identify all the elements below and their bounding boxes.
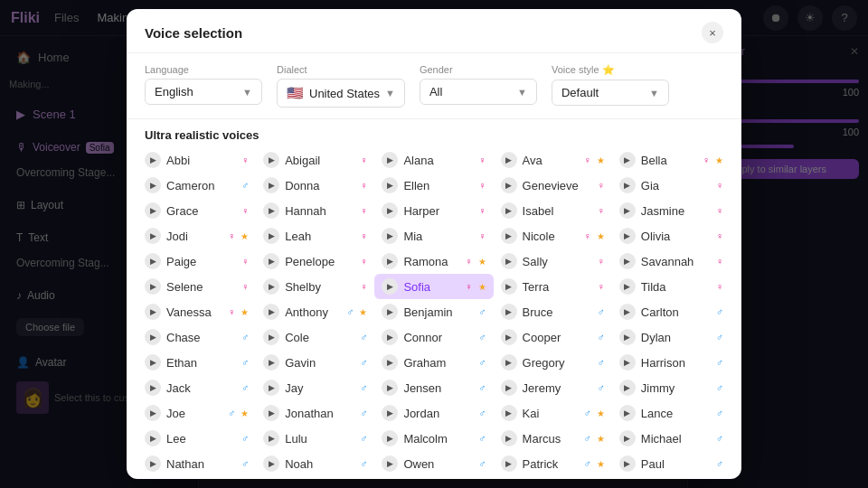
voice-play-button[interactable]: ▶ [145,202,161,219]
voice-item[interactable]: ▶Grace♀ [137,198,256,223]
voice-item[interactable]: ▶Cameron♂ [137,173,256,198]
voice-play-button[interactable]: ▶ [145,354,161,371]
voice-play-button[interactable]: ▶ [263,253,279,269]
voice-item[interactable]: ▶Lee♂ [137,426,256,451]
voice-item[interactable]: ▶Jeremy♂ [494,375,612,400]
voice-item[interactable]: ▶Ellen♀ [374,173,493,198]
voice-play-button[interactable]: ▶ [382,177,398,193]
voice-play-button[interactable]: ▶ [501,329,517,345]
voice-item[interactable]: ▶Marcus♂★ [494,426,612,451]
voice-play-button[interactable]: ▶ [382,329,398,345]
voice-item[interactable]: ▶Ava♀★ [494,147,612,173]
dialect-select[interactable]: 🇺🇸 United States ▼ [277,79,405,108]
voice-item[interactable]: ▶Jay♂ [256,375,374,400]
voice-play-button[interactable]: ▶ [145,278,161,295]
voice-play-button[interactable]: ▶ [501,380,517,396]
voice-play-button[interactable]: ▶ [263,354,279,371]
voice-item[interactable]: ▶Isabel♀ [494,198,612,223]
voice-play-button[interactable]: ▶ [501,278,517,295]
voice-play-button[interactable]: ▶ [145,177,161,193]
voice-play-button[interactable]: ▶ [501,177,517,193]
voice-play-button[interactable]: ▶ [619,278,636,295]
voice-item[interactable]: ▶Nathan♂ [137,451,256,476]
voice-play-button[interactable]: ▶ [145,380,161,396]
voice-play-button[interactable]: ▶ [501,253,517,269]
voice-item[interactable]: ▶Malcolm♂ [374,426,493,451]
voice-item[interactable]: ▶Paige♀ [137,249,256,274]
voice-play-button[interactable]: ▶ [145,152,161,168]
voice-play-button[interactable]: ▶ [145,228,161,244]
voice-play-button[interactable]: ▶ [382,253,398,269]
voice-item[interactable]: ▶Hannah♀ [256,198,374,223]
voice-play-button[interactable]: ▶ [501,430,517,446]
voice-play-button[interactable]: ▶ [145,253,161,269]
voice-item[interactable]: ▶Gavin♂ [256,350,374,375]
voice-item[interactable]: ▶Lance♂ [612,400,731,426]
voice-play-button[interactable]: ▶ [619,177,636,193]
voice-item[interactable]: ▶Nicole♀★ [494,223,612,249]
voice-item[interactable]: ▶Steve♂ [612,476,731,479]
voice-item[interactable]: ▶Graham♂ [374,350,493,375]
voice-play-button[interactable]: ▶ [263,405,279,421]
gender-select[interactable]: All ▼ [420,79,537,105]
voice-style-select[interactable]: Default ▼ [552,80,669,106]
voice-play-button[interactable]: ▶ [145,405,161,421]
voice-item[interactable]: ▶Abbi♀ [137,147,256,173]
voice-play-button[interactable]: ▶ [619,304,636,320]
voice-item[interactable]: ▶Carlton♂ [612,299,731,324]
voice-play-button[interactable]: ▶ [263,228,279,244]
voice-item[interactable]: ▶Chase♂ [137,324,256,350]
voice-play-button[interactable]: ▶ [382,354,398,371]
voice-play-button[interactable]: ▶ [501,202,517,219]
voice-item[interactable]: ▶Noah♂ [256,451,374,476]
voice-play-button[interactable]: ▶ [501,405,517,421]
modal-close-button[interactable]: × [702,22,723,43]
voice-item[interactable]: ▶Sally♀ [494,249,612,274]
voice-play-button[interactable]: ▶ [619,228,636,244]
voice-play-button[interactable]: ▶ [619,329,636,345]
voice-item[interactable]: ▶Selene♀ [137,274,256,299]
voice-item[interactable]: ▶Genevieve♀ [494,173,612,198]
voice-item[interactable]: ▶Abigail♀ [256,147,374,173]
voice-play-button[interactable]: ▶ [619,253,636,269]
voice-item[interactable]: ▶Jack♂ [137,375,256,400]
voice-item[interactable]: ▶Alana♀ [374,147,493,173]
voice-item[interactable]: ▶Lulu♂ [256,426,374,451]
voice-play-button[interactable]: ▶ [145,304,161,320]
voice-item[interactable]: ▶Peter♂ [137,476,256,479]
voice-item[interactable]: ▶Paul♂ [612,451,731,476]
voice-item[interactable]: ▶Jonathan♂ [256,400,374,426]
voice-play-button[interactable]: ▶ [382,304,398,320]
voice-play-button[interactable]: ▶ [619,354,636,371]
voice-item[interactable]: ▶Kai♂★ [494,400,612,426]
voice-play-button[interactable]: ▶ [382,405,398,421]
voice-item[interactable]: ▶Shelby♀ [256,274,374,299]
voice-item[interactable]: ▶Bella♀★ [612,147,731,173]
voice-item[interactable]: ▶Terra♀ [494,274,612,299]
voice-play-button[interactable]: ▶ [263,278,279,295]
voice-item[interactable]: ▶Sofia♀★ [374,274,493,299]
voice-item[interactable]: ▶Mia♀ [374,223,493,249]
voice-play-button[interactable]: ▶ [145,455,161,472]
voice-item[interactable]: ▶Cooper♂ [494,324,612,350]
voice-play-button[interactable]: ▶ [382,380,398,396]
voice-play-button[interactable]: ▶ [619,152,636,168]
voice-play-button[interactable]: ▶ [501,228,517,244]
voice-item[interactable]: ▶Michael♂ [612,426,731,451]
voice-item[interactable]: ▶Harrison♂ [612,350,731,375]
voice-play-button[interactable]: ▶ [263,202,279,219]
voice-item[interactable]: ▶Dylan♂ [612,324,731,350]
voice-item[interactable]: ▶Anthony♂★ [256,299,374,324]
voice-item[interactable]: ▶Leah♀ [256,223,374,249]
voice-play-button[interactable]: ▶ [263,304,279,320]
voice-item[interactable]: ▶Jordan♂ [374,400,493,426]
voice-play-button[interactable]: ▶ [145,329,161,345]
voice-play-button[interactable]: ▶ [501,455,517,472]
voice-play-button[interactable]: ▶ [501,304,517,320]
voice-item[interactable]: ▶Olivia♀ [612,223,731,249]
voice-item[interactable]: ▶Gregory♂ [494,350,612,375]
voice-play-button[interactable]: ▶ [263,177,279,193]
voice-play-button[interactable]: ▶ [382,455,398,472]
voice-item[interactable]: ▶Jodi♀★ [137,223,256,249]
voice-item[interactable]: ▶Jimmy♂ [612,375,731,400]
